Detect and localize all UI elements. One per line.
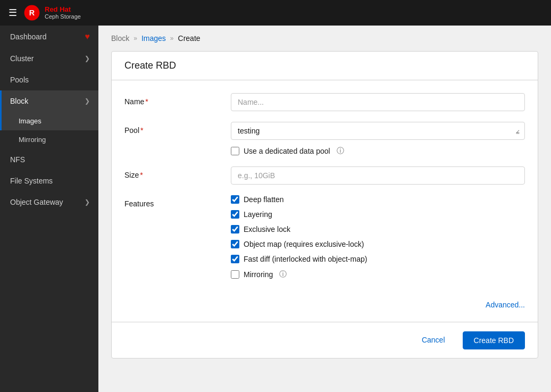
- card-body: Name* Pool* testing r: [112, 80, 538, 322]
- card-title: Create RBD: [124, 60, 525, 71]
- brand-text: Red Hat Ceph Storage: [45, 5, 81, 21]
- features-label: Features: [124, 195, 231, 208]
- sidebar-item-cluster[interactable]: Cluster ❯: [0, 48, 98, 69]
- feature-fast-diff-label: Fast diff (interlocked with object-map): [244, 255, 367, 263]
- sidebar-item-dashboard[interactable]: Dashboard ♥: [0, 26, 98, 48]
- sidebar-item-nfs[interactable]: NFS: [0, 149, 98, 170]
- name-row: Name*: [124, 93, 525, 111]
- feature-object-map-row: Object map (requires exclusive-lock): [231, 240, 525, 248]
- pool-select[interactable]: testing rbd default: [231, 122, 525, 140]
- sidebar-item-images[interactable]: Images: [0, 112, 98, 130]
- feature-mirroring-label: Mirroring: [244, 270, 273, 279]
- chevron-right-icon-gw: ❯: [85, 198, 90, 206]
- breadcrumb-block: Block: [111, 34, 129, 43]
- advanced-row: Advanced...: [124, 296, 525, 309]
- card-header: Create RBD: [112, 52, 538, 80]
- sidebar-item-block[interactable]: Block ❯: [0, 90, 98, 112]
- feature-exclusive-lock-checkbox[interactable]: [231, 225, 239, 233]
- brand-product: Ceph Storage: [45, 13, 81, 20]
- main-content: Block » Images » Create Create RBD Name*: [98, 26, 551, 392]
- create-rbd-card: Create RBD Name* Pool*: [111, 51, 538, 358]
- feature-mirroring-checkbox[interactable]: [231, 270, 239, 279]
- brand-name: Red Hat: [45, 5, 81, 14]
- create-rbd-button[interactable]: Create RBD: [463, 331, 525, 349]
- feature-mirroring-row: Mirroring ⓘ: [231, 270, 525, 279]
- sidebar: Dashboard ♥ Cluster ❯ Pools Block ❯ Imag…: [0, 26, 98, 392]
- feature-layering-label: Layering: [244, 210, 272, 219]
- name-control-wrap: [231, 93, 525, 111]
- brand: R Red Hat Ceph Storage: [23, 4, 81, 21]
- cancel-button[interactable]: Cancel: [411, 331, 456, 349]
- size-row: Size*: [124, 166, 525, 185]
- sidebar-item-pools[interactable]: Pools: [0, 69, 98, 90]
- feature-deep-flatten-checkbox[interactable]: [231, 195, 239, 204]
- dedicated-pool-label: Use a dedicated data pool: [244, 147, 330, 155]
- sidebar-nfs-label: NFS: [10, 155, 25, 164]
- size-control-wrap: [231, 166, 525, 185]
- features-row: Features Deep flatten Layering Exclus: [124, 195, 525, 286]
- dedicated-pool-checkbox[interactable]: [231, 147, 239, 155]
- pool-label: Pool*: [124, 122, 231, 135]
- dedicated-data-pool-row: Use a dedicated data pool ⓘ: [231, 146, 525, 156]
- heart-icon: ♥: [85, 32, 90, 41]
- sidebar-item-mirroring[interactable]: Mirroring: [0, 130, 98, 149]
- name-label: Name*: [124, 93, 231, 106]
- svg-text:R: R: [29, 9, 35, 17]
- feature-layering-checkbox[interactable]: [231, 210, 239, 219]
- pool-control-wrap: testing rbd default ⦤ Use a dedicated da…: [231, 122, 525, 156]
- size-label: Size*: [124, 166, 231, 179]
- feature-object-map-label: Object map (requires exclusive-lock): [244, 240, 364, 248]
- name-required: *: [145, 97, 148, 106]
- breadcrumb-sep-1: »: [133, 35, 137, 42]
- feature-exclusive-lock-label: Exclusive lock: [244, 225, 290, 233]
- chevron-down-icon: ❯: [85, 97, 90, 105]
- sidebar-cluster-label: Cluster: [10, 54, 34, 63]
- advanced-link[interactable]: Advanced...: [486, 301, 525, 309]
- feature-layering-row: Layering: [231, 210, 525, 219]
- sidebar-item-object-gateway[interactable]: Object Gateway ❯: [0, 191, 98, 213]
- size-required: *: [140, 171, 143, 179]
- features-wrap: Deep flatten Layering Exclusive lock: [231, 195, 525, 286]
- sidebar-objectgateway-label: Object Gateway: [10, 198, 63, 206]
- navbar: ☰ R Red Hat Ceph Storage: [0, 0, 551, 26]
- sidebar-block-label: Block: [10, 97, 28, 105]
- breadcrumb-images[interactable]: Images: [141, 34, 166, 43]
- sidebar-pools-label: Pools: [10, 76, 29, 84]
- feature-deep-flatten-row: Deep flatten: [231, 195, 525, 204]
- breadcrumb-create: Create: [178, 34, 201, 43]
- app-body: Dashboard ♥ Cluster ❯ Pools Block ❯ Imag…: [0, 26, 551, 392]
- sidebar-dashboard-label: Dashboard: [10, 32, 47, 41]
- pool-row: Pool* testing rbd default ⦤: [124, 122, 525, 156]
- mirroring-help-icon[interactable]: ⓘ: [279, 270, 287, 279]
- breadcrumb: Block » Images » Create: [111, 34, 538, 43]
- feature-object-map-checkbox[interactable]: [231, 240, 239, 248]
- feature-deep-flatten-label: Deep flatten: [244, 195, 284, 204]
- hamburger-menu[interactable]: ☰: [9, 7, 17, 19]
- dedicated-pool-help-icon[interactable]: ⓘ: [337, 146, 344, 156]
- card-footer: Cancel Create RBD: [112, 322, 538, 358]
- breadcrumb-sep-2: »: [170, 35, 174, 42]
- sidebar-mirroring-label: Mirroring: [19, 136, 46, 144]
- sidebar-item-filesystems[interactable]: File Systems: [0, 170, 98, 191]
- feature-fast-diff-checkbox[interactable]: [231, 255, 239, 263]
- size-input[interactable]: [231, 166, 525, 185]
- feature-exclusive-lock-row: Exclusive lock: [231, 225, 525, 233]
- sidebar-filesystems-label: File Systems: [10, 177, 53, 185]
- redhat-logo: R: [23, 4, 40, 21]
- chevron-right-icon: ❯: [85, 55, 90, 62]
- pool-required: *: [140, 126, 143, 135]
- name-input[interactable]: [231, 93, 525, 111]
- sidebar-images-label: Images: [19, 117, 41, 125]
- pool-select-wrapper: testing rbd default ⦤: [231, 122, 525, 140]
- feature-fast-diff-row: Fast diff (interlocked with object-map): [231, 255, 525, 263]
